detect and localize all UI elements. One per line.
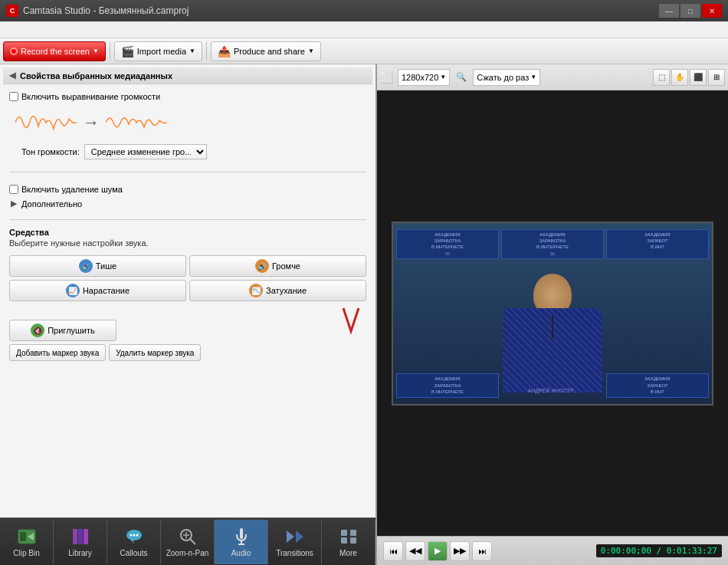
rewind-button[interactable]: ◀◀ [405,541,425,561]
svg-marker-19 [296,531,303,543]
tab-transitions[interactable]: Transitions [268,520,322,564]
titlebar: C Camtasia Studio - Безымянный.camproj —… [0,0,728,21]
preview-icon-3[interactable]: ⬛ [690,69,707,86]
tone-row: Тон громкости: Среднее изменение гро... [21,144,366,159]
clip-bin-icon [16,526,38,547]
tab-clip-bin[interactable]: Clip Bin [0,520,54,564]
logo-grid-top: АКАДЕМИЯЗАРАБОТКАВ ИНТЕРНЕТЕ50 АКАДЕМИЯЗ… [396,229,709,260]
skip-back-button[interactable]: ⏮ [383,541,403,561]
denoise-label: Включить удаление шума [21,185,123,194]
additional-row: ▶ Дополнительно [9,197,366,210]
current-time: 0:00:00;00 [601,546,651,556]
resolution-value: 1280x720 [402,73,438,82]
del-marker-button[interactable]: Удалить маркер звука [109,344,201,361]
fadein-button[interactable]: 📈 Нарастание [9,280,186,301]
toolbar-separator-2 [206,42,207,61]
svg-line-12 [190,539,195,544]
close-button[interactable]: ✕ [702,4,722,18]
app-icon: C [6,5,18,17]
svg-point-9 [133,534,135,537]
play-button[interactable]: ▶ [428,541,448,561]
divider-2 [9,219,366,220]
add-marker-button[interactable]: Добавить маркер звука [9,344,106,361]
library-icon [70,526,91,547]
tone-dropdown[interactable]: Среднее изменение гро... [84,144,207,159]
fadein-icon: 📈 [66,284,80,297]
produce-share-button[interactable]: 📤 Produce and share ▼ [211,41,321,61]
waveform-after [106,107,167,138]
props-header: ◀ Свойства выбранных медиаданных [3,67,372,84]
svg-rect-3 [73,529,77,544]
svg-point-10 [136,534,138,537]
preview-icon-4[interactable]: ⊞ [708,69,725,86]
louder-label: Громче [272,261,300,271]
mute-icon: 🔇 [31,324,44,337]
tab-audio[interactable]: Audio [215,520,268,564]
normalize-row: Включить выравнивание громкости [9,92,366,101]
record-label: Record the screen [21,47,90,56]
preview-toolbar: ⬜ 1280x720 ▼ 🔍 Сжать до раз ▼ ⬚ ✋ ⬛ ⊞ [377,64,728,90]
skip-forward-button[interactable]: ⏭ [472,541,492,561]
mute-marker-row: 🔇 Приглушить [3,304,372,341]
fadeout-label: Затухание [266,286,307,295]
tab-library[interactable]: Library [54,520,107,564]
window-controls: — □ ✕ [659,4,722,18]
quieter-button[interactable]: 🔉 Тише [9,255,186,277]
tab-callouts[interactable]: Callouts [107,520,161,564]
import-arrow-icon: ▼ [189,48,195,54]
record-screen-button[interactable]: Record the screen ▼ [3,41,106,61]
divider-1 [9,172,366,172]
normalize-section: Включить выравнивание громкости → Тон гр… [3,84,372,167]
callouts-label: Callouts [120,549,147,557]
tools-desc: Выберите нужные настройки звука. [3,238,372,252]
denoise-row: Включить удаление шума [9,185,366,194]
minimize-button[interactable]: — [659,4,679,18]
import-icon: 🎬 [121,45,134,57]
tools-title: Средства [3,225,372,238]
zoom-value: Сжать до раз [477,73,529,82]
zoom-icon: 🔍 [456,72,467,82]
logo-5-empty [501,373,604,397]
logo-2: АКАДЕМИЯЗАРАБОТКАВ ИНТЕРНЕТЕ50 [501,229,604,260]
svg-point-8 [130,534,132,537]
audio-icon [231,526,252,547]
main-area: ◀ Свойства выбранных медиаданных Включит… [0,64,728,565]
expand-icon: ▶ [11,199,17,209]
preview-icon-1[interactable]: ⬚ [653,69,670,86]
red-v-area [116,304,366,341]
library-label: Library [68,549,92,557]
import-media-button[interactable]: 🎬 Import media ▼ [114,41,202,61]
audio-label: Audio [231,549,251,557]
svg-rect-21 [350,530,356,536]
waveform-area: → [9,104,366,141]
forward-button[interactable]: ▶▶ [450,541,470,561]
transitions-label: Transitions [276,549,313,557]
preview-icon-2[interactable]: ✋ [671,69,688,86]
record-icon [10,48,18,55]
mute-label: Приглушить [48,326,95,335]
aspect-ratio-icon: ⬜ [380,71,393,84]
toolbar: Record the screen ▼ 🎬 Import media ▼ 📤 P… [0,38,728,64]
resolution-selector[interactable]: 1280x720 ▼ [398,69,450,86]
video-frame: АКАДЕМИЯЗАРАБОТКАВ ИНТЕРНЕТЕ50 АКАДЕМИЯЗ… [392,222,713,406]
svg-rect-5 [84,529,88,544]
zoom-selector[interactable]: Сжать до раз ▼ [473,69,540,86]
video-content: АКАДЕМИЯЗАРАБОТКАВ ИНТЕРНЕТЕ50 АКАДЕМИЯЗ… [393,223,712,404]
fadeout-button[interactable]: 📉 Затухание [189,280,366,301]
tab-zoom-pan[interactable]: Zoom-n-Pan [161,520,215,564]
playback-controls: ⏮ ◀◀ ▶ ▶▶ ⏭ 0:00:00;00 / 0:01:33:27 [377,536,728,565]
audio-properties-panel: ◀ Свойства выбранных медиаданных Включит… [0,64,375,517]
svg-rect-23 [350,537,356,544]
time-separator: / [657,546,667,556]
denoise-checkbox[interactable] [9,185,18,194]
maximize-button[interactable]: □ [680,4,700,18]
louder-button[interactable]: 🔊 Громче [189,255,366,277]
normalize-checkbox[interactable] [9,92,18,101]
produce-icon: 📤 [218,45,231,57]
toolbar-separator [110,42,110,61]
svg-rect-15 [240,528,243,539]
arrow-right-icon: → [83,113,100,133]
menubar [0,21,728,38]
mute-button[interactable]: 🔇 Приглушить [9,320,116,341]
tab-more[interactable]: More [322,520,375,564]
